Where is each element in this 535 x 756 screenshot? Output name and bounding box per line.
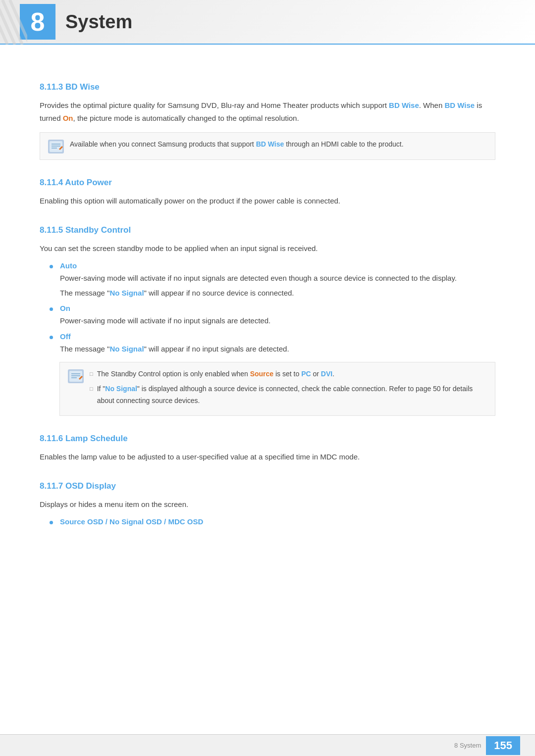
osd-slash-1: / [106,517,109,526]
section-8-11-3-body: Provides the optimal picture quality for… [40,99,495,124]
section-title-8-11-3: BD Wise [65,82,100,92]
section-num-8-11-6: 8.11.6 [40,434,63,443]
source-ref: Source [250,370,273,378]
bd-wise-ref-2: BD Wise [444,101,475,109]
section-heading-8-11-4: 8.11.4 Auto Power [40,178,495,188]
bullet-inner-auto: Auto Power-saving mode will activate if … [60,261,495,299]
section-num-8-11-3: 8.11.3 [40,82,63,92]
bullet-label-auto: Auto [60,261,495,270]
bullet-content-auto-2: The message "No Signal" will appear if n… [60,287,495,300]
bullet-list-osd: Source OSD / No Signal OSD / MDC OSD [50,517,495,526]
bullet-label-on: On [60,304,495,312]
bullet-dot-osd [50,521,53,524]
note-icon-8-11-3 [48,140,64,153]
section-8-11-4-body: Enabling this option will automatically … [40,195,495,207]
no-signal-ref-3: No Signal [105,385,137,393]
bullet-inner-on: On Power-saving mode will activate if no… [60,304,495,327]
sub-note-box-standby: The Standby Control option is only enabl… [59,362,495,416]
bullet-label-osd: Source OSD / No Signal OSD / MDC OSD [60,517,495,526]
dvi-ref: DVI [321,370,332,378]
no-signal-ref-1: No Signal [109,289,144,297]
sub-note-item-1: The Standby Control option is only enabl… [90,368,487,380]
no-signal-osd-ref: No Signal OSD [109,517,162,526]
bullet-inner-osd: Source OSD / No Signal OSD / MDC OSD [60,517,495,526]
bullet-item-auto: Auto Power-saving mode will activate if … [50,261,495,299]
bullet-item-off: Off The message "No Signal" will appear … [50,332,495,355]
source-osd-ref: Source OSD [60,517,104,526]
section-num-8-11-7: 8.11.7 [40,481,63,491]
section-num-8-11-5: 8.11.5 [40,225,63,235]
bd-wise-ref-1: BD Wise [389,101,419,109]
section-heading-8-11-7: 8.11.7 OSD Display [40,481,495,491]
no-signal-ref-2: No Signal [109,345,144,353]
section-8-11-6-body: Enables the lamp value to be adjusted to… [40,451,495,463]
section-heading-8-11-3: 8.11.3 BD Wise [40,82,495,92]
section-num-8-11-4: 8.11.4 [40,178,63,187]
chapter-title: System [65,11,132,33]
pc-ref: PC [301,370,311,378]
svg-rect-5 [50,141,62,152]
bullet-item-on: On Power-saving mode will activate if no… [50,304,495,327]
section-title-8-11-6: Lamp Schedule [65,434,128,443]
bullet-inner-off: Off The message "No Signal" will appear … [60,332,495,355]
bullet-dot-off [50,336,53,339]
section-heading-8-11-6: 8.11.6 Lamp Schedule [40,434,495,444]
sub-note-item-2: If "No Signal" is displayed although a s… [90,383,487,407]
section-heading-8-11-5: 8.11.5 Standby Control [40,225,495,235]
chapter-number: 8 [31,9,45,35]
note-icon-standby [68,369,84,383]
footer-chapter-label: 8 System [454,742,481,749]
bd-wise-note-ref: BD Wise [256,140,284,148]
bullet-list-standby: Auto Power-saving mode will activate if … [50,261,495,355]
bullet-label-off: Off [60,332,495,341]
section-title-8-11-5: Standby Control [65,225,131,235]
note-box-8-11-3: Available when you connect Samsung produ… [40,132,495,160]
bullet-content-off-1: The message "No Signal" will appear if n… [60,343,495,355]
svg-rect-10 [69,371,82,382]
section-8-11-7-body: Displays or hides a menu item on the scr… [40,498,495,511]
on-ref-1: On [63,114,73,122]
bullet-dot-on [50,307,53,311]
mdc-osd-ref: MDC OSD [168,517,203,526]
page-header: 8 System [0,0,535,45]
sub-note-text-2: If "No Signal" is displayed although a s… [97,383,487,407]
bullet-item-osd: Source OSD / No Signal OSD / MDC OSD [50,517,495,526]
bullet-content-auto-1: Power-saving mode will activate if no in… [60,272,495,285]
section-title-8-11-4: Auto Power [65,178,111,187]
sub-note-list-standby: The Standby Control option is only enabl… [90,368,487,409]
footer-page-number: 155 [486,736,520,755]
section-8-11-5-intro: You can set the screen standby mode to b… [40,242,495,255]
bullet-dot-auto [50,265,53,268]
header-decoration [0,0,27,45]
sub-note-text-1: The Standby Control option is only enabl… [97,368,334,380]
note-text-8-11-3: Available when you connect Samsung produ… [70,139,404,150]
bullet-content-on-1: Power-saving mode will activate if no in… [60,314,495,327]
page-footer: 8 System 155 [0,734,535,756]
section-title-8-11-7: OSD Display [65,481,116,491]
page-content: 8.11.3 BD Wise Provides the optimal pict… [0,45,535,572]
